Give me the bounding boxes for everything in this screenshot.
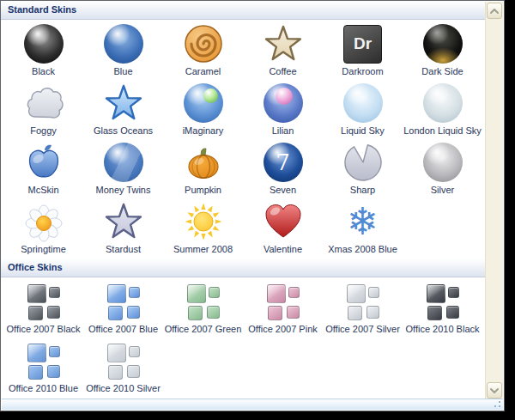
snowflake-icon: ❄ — [342, 201, 384, 242]
skin-item-sharp[interactable]: Sharp — [323, 140, 403, 199]
skin-gallery: Standard Skins BlackBlue Caramel Coffee … — [1, 1, 486, 399]
skin-label: Office 2007 Silver — [325, 324, 400, 334]
skin-item-office-2007-pink[interactable]: Office 2007 Pink — [243, 279, 323, 338]
skin-item-london-liquid-sky[interactable]: London Liquid Sky — [403, 81, 482, 140]
skin-label: Black — [32, 66, 55, 76]
pacman-icon — [342, 142, 384, 183]
skin-label: Xmas 2008 Blue — [328, 244, 397, 254]
sphere-ball-icon — [263, 82, 304, 124]
squares-icon — [103, 340, 144, 381]
skin-label: Dark Side — [421, 66, 463, 76]
skin-label: Sharp — [350, 185, 375, 195]
skin-item-glass-oceans[interactable]: Glass Oceans — [83, 81, 163, 140]
sphere-icon — [422, 82, 464, 124]
dr-square-icon: Dr — [342, 23, 384, 64]
skin-label: Coffee — [269, 66, 296, 76]
skin-item-stardust[interactable]: Stardust — [83, 199, 163, 259]
skin-label: Office 2010 Silver — [86, 383, 161, 393]
screenshot-stage: Standard Skins BlackBlue Caramel Coffee … — [0, 0, 515, 420]
skin-label: Office 2007 Pink — [248, 324, 318, 334]
sphere-text-icon: 7 — [263, 142, 304, 183]
squares-icon — [342, 281, 384, 322]
vertical-scrollbar[interactable] — [485, 2, 503, 399]
skin-item-mcskin[interactable]: McSkin — [3, 140, 83, 199]
standard-skins-items: BlackBlue Caramel Coffee DrDarkroomDark … — [1, 20, 486, 259]
skin-item-silver[interactable]: Silver — [403, 140, 482, 199]
skin-item-money-twins[interactable]: Money Twins — [83, 140, 163, 199]
squares-icon — [183, 281, 224, 322]
skin-item-pumpkin[interactable]: Pumpkin — [163, 140, 243, 199]
swirl-icon — [183, 23, 224, 64]
skin-label: Silver — [431, 185, 455, 195]
skin-label: Darkroom — [342, 66, 383, 76]
skin-label: Caramel — [185, 66, 221, 76]
skin-label: London Liquid Sky — [403, 125, 482, 136]
scroll-up-button[interactable] — [487, 3, 502, 19]
skin-label: Office 2007 Green — [165, 324, 242, 334]
cloud-icon — [23, 82, 64, 124]
skin-item-office-2007-silver[interactable]: Office 2007 Silver — [323, 279, 403, 338]
star-icon — [263, 23, 304, 64]
sphere-icon — [103, 23, 144, 64]
skin-item-black[interactable]: Black — [3, 21, 83, 81]
daisy-icon — [23, 201, 64, 242]
office-skins-items: Office 2007 Black Office 2007 Blue Offic… — [1, 277, 486, 398]
skin-label: Money Twins — [96, 185, 151, 195]
skin-item-blue[interactable]: Blue — [83, 21, 163, 81]
skin-item-valentine[interactable]: Valentine — [243, 199, 323, 259]
skin-item-office-2007-green[interactable]: Office 2007 Green — [163, 279, 243, 338]
group-title: Standard Skins — [8, 4, 76, 15]
skin-label: Stardust — [106, 244, 141, 254]
skin-label: Office 2007 Black — [6, 324, 80, 334]
skin-item-springtime[interactable]: Springtime — [3, 199, 83, 259]
pumpkin-icon — [183, 142, 224, 183]
skin-item-xmas-2008-blue[interactable]: ❄Xmas 2008 Blue — [323, 199, 403, 259]
skin-label: Office 2007 Blue — [88, 324, 158, 334]
squares-icon — [23, 340, 64, 381]
skin-item-imaginary[interactable]: iMaginary — [163, 81, 243, 140]
chevron-down-icon — [489, 387, 500, 394]
skin-label: Blue — [113, 66, 132, 76]
sun-icon — [183, 201, 224, 242]
skin-item-darkroom[interactable]: DrDarkroom — [323, 21, 403, 81]
skin-item-summer-2008[interactable]: Summer 2008 — [163, 199, 243, 259]
skin-label: Springtime — [21, 244, 66, 254]
sphere-ball-icon — [183, 82, 224, 124]
skin-label: Pumpkin — [185, 185, 221, 195]
skin-label: Seven — [270, 185, 296, 195]
group-standard-skins: Standard Skins BlackBlue Caramel Coffee … — [1, 1, 486, 259]
skin-item-office-2007-blue[interactable]: Office 2007 Blue — [83, 279, 163, 338]
group-header-office: Office Skins — [1, 259, 486, 277]
skin-item-office-2010-black[interactable]: Office 2010 Black — [403, 279, 482, 338]
skin-item-lilian[interactable]: Lilian — [243, 81, 323, 140]
skin-item-seven[interactable]: 7Seven — [243, 140, 323, 199]
skin-label: iMaginary — [183, 125, 224, 136]
skin-item-coffee[interactable]: Coffee — [243, 21, 323, 81]
sphere-icon — [342, 82, 384, 124]
star-icon — [103, 201, 144, 242]
heart-icon — [263, 201, 304, 242]
skin-item-office-2010-silver[interactable]: Office 2010 Silver — [83, 338, 163, 398]
skin-item-office-2007-black[interactable]: Office 2007 Black — [3, 279, 83, 338]
skin-label: Office 2010 Blue — [9, 383, 78, 393]
resize-grip-icon[interactable] — [494, 400, 501, 408]
apple-icon — [23, 142, 64, 183]
skin-selector-window: Standard Skins BlackBlue Caramel Coffee … — [0, 0, 505, 411]
skin-item-foggy[interactable]: Foggy — [3, 81, 83, 140]
scroll-down-button[interactable] — [487, 382, 502, 399]
skin-label: Glass Oceans — [94, 125, 153, 136]
squares-icon — [23, 281, 64, 322]
skin-item-dark-side[interactable]: Dark Side — [403, 21, 482, 81]
group-office-skins: Office Skins Office 2007 Black Office 20… — [1, 259, 486, 398]
skin-label: McSkin — [27, 185, 58, 195]
skin-item-caramel[interactable]: Caramel — [163, 21, 243, 81]
scrollbar-track[interactable] — [486, 20, 503, 381]
sphere-icon — [422, 142, 464, 183]
squares-icon — [263, 281, 304, 322]
skin-label: Foggy — [30, 125, 57, 136]
skin-item-liquid-sky[interactable]: Liquid Sky — [323, 81, 403, 140]
squares-icon — [422, 281, 464, 322]
skin-item-office-2010-blue[interactable]: Office 2010 Blue — [3, 338, 83, 398]
skin-label: Summer 2008 — [173, 244, 233, 254]
skin-label: Office 2010 Black — [405, 324, 479, 334]
